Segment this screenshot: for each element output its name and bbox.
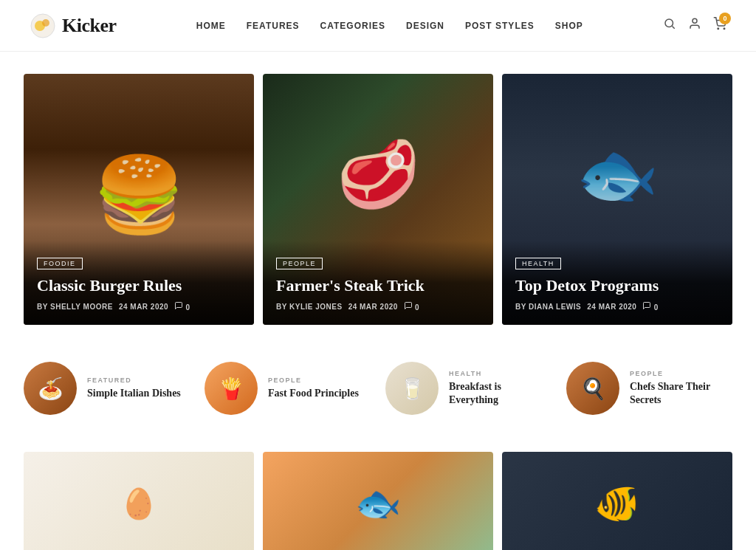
small-item-thumb-2: 🥛 bbox=[385, 362, 439, 415]
card-burger-comments: 0 bbox=[174, 301, 190, 312]
cart-badge: 0 bbox=[719, 13, 731, 24]
svg-line-4 bbox=[672, 26, 674, 28]
nav-item-categories[interactable]: CATEGORIES bbox=[320, 21, 385, 31]
main-content: FOODIE Classic Burger Rules BY SHELLY MO… bbox=[9, 52, 747, 550]
svg-point-7 bbox=[724, 28, 725, 30]
small-item-title-0: Simple Italian Dishes bbox=[87, 387, 181, 400]
card-burger-author: BY SHELLY MOORE bbox=[37, 303, 113, 311]
card-steak-title: Farmer's Steak Trick bbox=[276, 275, 480, 296]
small-item-thumb-3: 🍳 bbox=[566, 362, 619, 415]
card-health-overlay: HEALTH Top Detox Programs BY DIANA LEWIS… bbox=[502, 241, 732, 326]
small-item-category-3: PEOPLE bbox=[630, 370, 732, 377]
small-item-thumb-1: 🍟 bbox=[205, 362, 258, 415]
bottom-card-2[interactable] bbox=[502, 452, 732, 550]
small-item-title-3: Chefs Share Their Secrets bbox=[630, 380, 732, 407]
small-item-content-0: FEATURED Simple Italian Dishes bbox=[87, 377, 181, 400]
card-steak[interactable]: PEOPLE Farmer's Steak Trick BY KYLIE JON… bbox=[263, 74, 493, 325]
header: Kicker HOMEFEATURESCATEGORIESDESIGNPOST … bbox=[0, 0, 756, 52]
svg-point-5 bbox=[693, 18, 697, 23]
small-items-row: 🍝 FEATURED Simple Italian Dishes 🍟 PEOPL… bbox=[24, 354, 732, 422]
nav-item-shop[interactable]: SHOP bbox=[555, 21, 583, 31]
search-button[interactable] bbox=[663, 17, 676, 34]
logo[interactable]: Kicker bbox=[30, 13, 117, 39]
logo-text: Kicker bbox=[62, 15, 117, 37]
user-icon bbox=[688, 17, 701, 30]
card-health-author: BY DIANA LEWIS bbox=[515, 303, 581, 311]
card-burger-meta: BY SHELLY MOORE 24 MAR 2020 0 bbox=[37, 301, 241, 312]
logo-icon bbox=[30, 13, 56, 39]
card-burger-category: FOODIE bbox=[37, 258, 83, 269]
card-burger[interactable]: FOODIE Classic Burger Rules BY SHELLY MO… bbox=[24, 74, 254, 325]
bottom-cards bbox=[24, 452, 732, 550]
small-item-content-3: PEOPLE Chefs Share Their Secrets bbox=[630, 370, 732, 407]
small-item-category-0: FEATURED bbox=[87, 377, 181, 384]
svg-point-6 bbox=[718, 28, 719, 30]
card-steak-comments: 0 bbox=[404, 301, 419, 312]
card-health-title: Top Detox Programs bbox=[515, 275, 719, 296]
card-steak-overlay: PEOPLE Farmer's Steak Trick BY KYLIE JON… bbox=[263, 241, 493, 326]
card-steak-date: 24 MAR 2020 bbox=[348, 303, 398, 311]
featured-cards: FOODIE Classic Burger Rules BY SHELLY MO… bbox=[24, 74, 732, 325]
nav-item-features[interactable]: FEATURES bbox=[247, 21, 300, 31]
nav-item-post-styles[interactable]: POST STYLES bbox=[465, 21, 535, 31]
bottom-card-0[interactable] bbox=[24, 452, 254, 550]
search-icon bbox=[663, 17, 676, 30]
card-health[interactable]: HEALTH Top Detox Programs BY DIANA LEWIS… bbox=[502, 74, 732, 325]
card-steak-category: PEOPLE bbox=[276, 258, 323, 269]
card-health-date: 24 MAR 2020 bbox=[587, 303, 636, 311]
svg-point-2 bbox=[42, 19, 49, 27]
small-item-3[interactable]: 🍳 PEOPLE Chefs Share Their Secrets bbox=[566, 362, 732, 415]
card-health-comments: 0 bbox=[642, 301, 658, 312]
user-button[interactable] bbox=[688, 17, 701, 34]
nav-item-home[interactable]: HOME bbox=[196, 21, 226, 31]
small-item-content-2: HEALTH Breakfast is Everything bbox=[449, 370, 551, 407]
small-item-category-2: HEALTH bbox=[449, 370, 551, 377]
card-steak-author: BY KYLIE JONES bbox=[276, 303, 343, 311]
small-item-0[interactable]: 🍝 FEATURED Simple Italian Dishes bbox=[24, 362, 190, 415]
small-item-title-1: Fast Food Principles bbox=[268, 387, 359, 400]
small-item-thumb-0: 🍝 bbox=[24, 362, 77, 415]
small-item-1[interactable]: 🍟 PEOPLE Fast Food Principles bbox=[205, 362, 371, 415]
card-burger-overlay: FOODIE Classic Burger Rules BY SHELLY MO… bbox=[24, 241, 254, 326]
card-burger-date: 24 MAR 2020 bbox=[119, 303, 168, 311]
nav-item-design[interactable]: DESIGN bbox=[406, 21, 444, 31]
cart-button[interactable]: 0 bbox=[713, 17, 726, 34]
card-steak-meta: BY KYLIE JONES 24 MAR 2020 0 bbox=[276, 301, 480, 312]
small-item-category-1: PEOPLE bbox=[268, 377, 359, 384]
small-item-content-1: PEOPLE Fast Food Principles bbox=[268, 377, 359, 400]
card-health-category: HEALTH bbox=[515, 258, 561, 269]
small-item-title-2: Breakfast is Everything bbox=[449, 380, 551, 407]
svg-point-3 bbox=[665, 19, 673, 27]
small-item-2[interactable]: 🥛 HEALTH Breakfast is Everything bbox=[385, 362, 551, 415]
header-icons: 0 bbox=[663, 17, 726, 34]
main-nav: HOMEFEATURESCATEGORIESDESIGNPOST STYLESS… bbox=[196, 21, 583, 31]
card-burger-title: Classic Burger Rules bbox=[37, 275, 241, 296]
card-health-meta: BY DIANA LEWIS 24 MAR 2020 0 bbox=[515, 301, 719, 312]
bottom-card-1[interactable] bbox=[263, 452, 493, 550]
